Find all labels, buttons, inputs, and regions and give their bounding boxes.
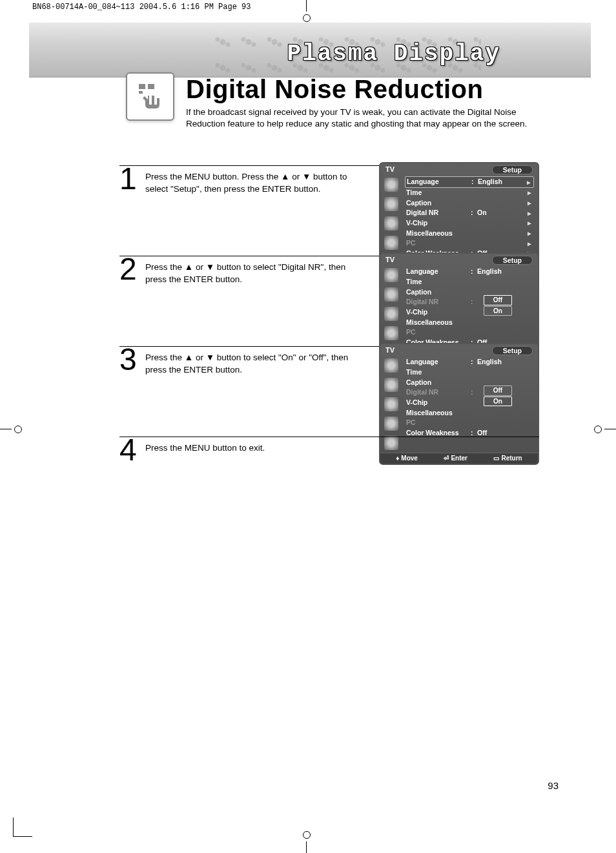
- osd-label: Miscellaneous: [406, 229, 471, 238]
- osd-tv-label: TV: [385, 165, 395, 174]
- step-text: Press the ▲ or ▼ button to select "On" o…: [145, 351, 358, 375]
- osd-setup-label: Setup: [492, 165, 533, 174]
- svg-rect-1: [148, 84, 154, 89]
- step-3: 3 Press the ▲ or ▼ button to select "On"…: [119, 346, 539, 437]
- step-1: 1 Press the MENU button. Press the ▲ or …: [119, 165, 539, 256]
- page-content: Plasma Display Digital Noise Reduction I…: [29, 23, 591, 830]
- osd-value: English: [477, 358, 533, 367]
- osd-row-pc: PC: [405, 418, 534, 428]
- osd-cat-icon: [384, 216, 398, 231]
- osd-row-vchip: V-Chip►: [405, 218, 534, 229]
- osd-label: PC: [406, 239, 471, 248]
- steps-list: 1 Press the MENU button. Press the ▲ or …: [119, 165, 539, 477]
- crop-mark-icon: [597, 420, 616, 439]
- osd-label: Caption: [406, 288, 471, 297]
- osd-cat-icon: [384, 236, 398, 250]
- osd-label: Miscellaneous: [406, 318, 471, 327]
- osd-label: Digital NR: [406, 298, 471, 307]
- osd-value: English: [478, 178, 526, 187]
- osd-row-pc: PC: [405, 327, 534, 338]
- chevron-right-icon: ►: [526, 189, 533, 197]
- osd-row-misc: Miscellaneous: [405, 318, 534, 328]
- osd-setup-label: Setup: [492, 256, 533, 265]
- osd-row-caption: Caption: [405, 287, 534, 298]
- chevron-right-icon: ►: [526, 240, 533, 248]
- osd-cat-icon: [384, 378, 398, 392]
- osd-label: Time: [406, 368, 471, 377]
- osd-label: Time: [406, 189, 471, 198]
- osd-row-language: Language:English: [405, 267, 534, 277]
- osd-option-popup: Off On: [484, 295, 512, 316]
- osd-label: Language: [407, 178, 471, 187]
- osd-row-language: Language:English: [405, 357, 534, 367]
- crop-mark-icon: [0, 420, 19, 439]
- osd-cat-icon: [384, 268, 398, 282]
- intro-text: If the broadcast signal received by your…: [186, 107, 548, 130]
- header-banner: Plasma Display: [29, 23, 591, 77]
- osd-label: Language: [406, 358, 471, 367]
- osd-label: V-Chip: [406, 308, 471, 317]
- svg-rect-0: [139, 84, 145, 89]
- osd-cat-icon: [384, 397, 398, 411]
- hand-pointer-icon: [126, 72, 174, 121]
- osd-setup-label: Setup: [492, 346, 533, 355]
- osd-tv-label: TV: [385, 256, 395, 265]
- osd-row-language: Language: English►: [405, 176, 534, 188]
- osd-label: Miscellaneous: [406, 409, 471, 418]
- osd-option-off: Off: [484, 385, 512, 396]
- step-number: 3: [119, 347, 145, 373]
- osd-row-pc: PC►: [405, 238, 534, 249]
- osd-cat-icon: [384, 197, 398, 211]
- osd-row-digital-nr: Digital NR:: [405, 297, 534, 307]
- osd-row-caption: Caption: [405, 378, 534, 388]
- osd-row-digital-nr: Digital NR:On►: [405, 208, 534, 218]
- osd-label: PC: [406, 418, 471, 427]
- crop-mark-icon: [297, 834, 316, 853]
- osd-cat-icon: [384, 307, 398, 321]
- osd-label: Digital NR: [406, 388, 471, 397]
- osd-row-time: Time: [405, 277, 534, 287]
- osd-row-time: Time: [405, 367, 534, 378]
- step-text: Press the MENU button. Press the ▲ or ▼ …: [145, 170, 358, 194]
- osd-cat-icon: [384, 178, 398, 192]
- osd-label: Time: [406, 278, 471, 287]
- osd-cat-icon: [384, 326, 398, 340]
- osd-option-on: On: [484, 306, 512, 316]
- chevron-right-icon: ►: [526, 229, 533, 238]
- title-row: Digital Noise Reduction If the broadcast…: [29, 71, 591, 130]
- osd-label: Digital NR: [406, 209, 471, 218]
- osd-label: PC: [406, 328, 471, 337]
- osd-cat-icon: [384, 358, 398, 373]
- page-number: 93: [548, 780, 559, 791]
- osd-label: V-Chip: [406, 219, 471, 228]
- print-header: BN68-00714A-00_084~113 2004.5.6 1:16 PM …: [32, 3, 251, 12]
- osd-row-digital-nr: Digital NR:: [405, 387, 534, 398]
- osd-value: English: [477, 267, 533, 276]
- crop-mark-icon: [297, 0, 316, 19]
- osd-row-misc: Miscellaneous: [405, 408, 534, 418]
- osd-cat-icon: [384, 287, 398, 302]
- chevron-right-icon: ►: [526, 199, 533, 207]
- step-4: 4 Press the MENU button to exit.: [119, 437, 539, 477]
- osd-row-misc: Miscellaneous►: [405, 229, 534, 239]
- osd-row-caption: Caption►: [405, 198, 534, 209]
- page-title: Digital Noise Reduction: [186, 75, 548, 104]
- osd-value: On: [477, 209, 526, 218]
- osd-label: Language: [406, 267, 471, 276]
- chevron-right-icon: ►: [526, 178, 532, 187]
- osd-option-popup: Off On: [484, 385, 512, 406]
- osd-label: Caption: [406, 199, 471, 208]
- banner-title: Plasma Display: [287, 41, 500, 67]
- step-number: 2: [119, 256, 145, 283]
- osd-cat-icon: [384, 416, 398, 431]
- step-number: 1: [119, 166, 145, 192]
- osd-label: Caption: [406, 378, 471, 387]
- osd-row-time: Time►: [405, 188, 534, 198]
- step-text: Press the ▲ or ▼ button to select "Digit…: [145, 260, 358, 285]
- step-text: Press the MENU button to exit.: [145, 441, 265, 454]
- chevron-right-icon: ►: [526, 209, 533, 218]
- chevron-right-icon: ►: [526, 219, 533, 227]
- osd-label: V-Chip: [406, 398, 471, 407]
- osd-option-off: Off: [484, 295, 512, 305]
- osd-tv-label: TV: [385, 346, 395, 355]
